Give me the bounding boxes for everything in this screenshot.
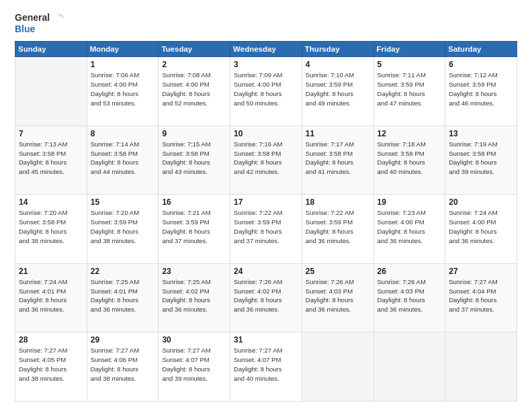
- day-number: 11: [306, 129, 370, 138]
- weekday-header-thursday: Thursday: [302, 42, 373, 57]
- day-number: 30: [162, 335, 226, 345]
- calendar-cell: [373, 332, 445, 402]
- weekday-header-sunday: Sunday: [15, 42, 87, 57]
- day-number: 4: [306, 60, 370, 69]
- calendar-cell: 20Sunrise: 7:24 AM Sunset: 4:00 PM Dayli…: [445, 195, 517, 264]
- day-info: Sunrise: 7:26 AM Sunset: 4:03 PM Dayligh…: [378, 277, 442, 314]
- day-info: Sunrise: 7:20 AM Sunset: 3:59 PM Dayligh…: [91, 208, 155, 245]
- day-number: 25: [306, 267, 370, 276]
- day-number: 8: [91, 129, 155, 138]
- day-info: Sunrise: 7:25 AM Sunset: 4:02 PM Dayligh…: [162, 277, 226, 314]
- day-number: 17: [234, 197, 298, 207]
- calendar-cell: 17Sunrise: 7:22 AM Sunset: 3:59 PM Dayli…: [230, 195, 302, 264]
- weekday-header-row: SundayMondayTuesdayWednesdayThursdayFrid…: [15, 42, 517, 57]
- day-info: Sunrise: 7:24 AM Sunset: 4:00 PM Dayligh…: [449, 208, 513, 245]
- day-info: Sunrise: 7:15 AM Sunset: 3:58 PM Dayligh…: [162, 140, 226, 177]
- calendar-cell: [445, 332, 517, 402]
- day-info: Sunrise: 7:08 AM Sunset: 4:00 PM Dayligh…: [162, 71, 226, 107]
- day-info: Sunrise: 7:16 AM Sunset: 3:58 PM Dayligh…: [234, 140, 298, 177]
- day-info: Sunrise: 7:09 AM Sunset: 4:00 PM Dayligh…: [234, 71, 298, 107]
- calendar-cell: 19Sunrise: 7:23 AM Sunset: 4:00 PM Dayli…: [373, 195, 445, 264]
- calendar-cell: 9Sunrise: 7:15 AM Sunset: 3:58 PM Daylig…: [159, 126, 230, 195]
- calendar-cell: [15, 57, 87, 126]
- weekday-header-monday: Monday: [87, 42, 159, 57]
- day-number: 22: [91, 267, 155, 276]
- day-number: 7: [19, 129, 83, 138]
- day-number: 18: [306, 197, 370, 207]
- day-number: 24: [234, 267, 298, 276]
- day-info: Sunrise: 7:23 AM Sunset: 4:00 PM Dayligh…: [378, 208, 442, 245]
- calendar-cell: 21Sunrise: 7:24 AM Sunset: 4:01 PM Dayli…: [15, 263, 87, 332]
- calendar-cell: 13Sunrise: 7:19 AM Sunset: 3:58 PM Dayli…: [445, 126, 517, 195]
- day-number: 13: [449, 129, 513, 138]
- week-row-3: 14Sunrise: 7:20 AM Sunset: 3:58 PM Dayli…: [15, 195, 517, 264]
- day-info: Sunrise: 7:24 AM Sunset: 4:01 PM Dayligh…: [19, 277, 83, 314]
- day-info: Sunrise: 7:20 AM Sunset: 3:58 PM Dayligh…: [19, 208, 83, 245]
- day-info: Sunrise: 7:26 AM Sunset: 4:02 PM Dayligh…: [234, 277, 298, 314]
- logo: General Blue: [15, 12, 64, 34]
- day-info: Sunrise: 7:14 AM Sunset: 3:58 PM Dayligh…: [91, 140, 155, 177]
- day-number: 15: [91, 197, 155, 207]
- weekday-header-friday: Friday: [373, 42, 445, 57]
- calendar-table: SundayMondayTuesdayWednesdayThursdayFrid…: [15, 41, 517, 402]
- calendar-cell: 14Sunrise: 7:20 AM Sunset: 3:58 PM Dayli…: [15, 195, 87, 264]
- day-info: Sunrise: 7:26 AM Sunset: 4:03 PM Dayligh…: [306, 277, 370, 314]
- calendar-cell: 25Sunrise: 7:26 AM Sunset: 4:03 PM Dayli…: [302, 263, 373, 332]
- day-number: 16: [162, 197, 226, 207]
- day-number: 23: [162, 267, 226, 276]
- day-number: 27: [449, 267, 513, 276]
- day-info: Sunrise: 7:18 AM Sunset: 3:58 PM Dayligh…: [378, 140, 442, 177]
- day-info: Sunrise: 7:21 AM Sunset: 3:59 PM Dayligh…: [162, 208, 226, 245]
- logo-text-general: General: [15, 13, 50, 23]
- weekday-header-tuesday: Tuesday: [159, 42, 230, 57]
- day-info: Sunrise: 7:25 AM Sunset: 4:01 PM Dayligh…: [91, 277, 155, 314]
- calendar-cell: 7Sunrise: 7:13 AM Sunset: 3:58 PM Daylig…: [15, 126, 87, 195]
- day-info: Sunrise: 7:27 AM Sunset: 4:06 PM Dayligh…: [91, 346, 155, 383]
- day-info: Sunrise: 7:12 AM Sunset: 3:59 PM Dayligh…: [449, 71, 513, 107]
- day-info: Sunrise: 7:10 AM Sunset: 3:59 PM Dayligh…: [306, 71, 370, 107]
- day-number: 31: [234, 335, 298, 345]
- day-number: 9: [162, 129, 226, 138]
- weekday-header-saturday: Saturday: [445, 42, 517, 57]
- calendar-cell: 18Sunrise: 7:22 AM Sunset: 3:59 PM Dayli…: [302, 195, 373, 264]
- day-number: 12: [378, 129, 442, 138]
- calendar-cell: [302, 332, 373, 402]
- week-row-4: 21Sunrise: 7:24 AM Sunset: 4:01 PM Dayli…: [15, 263, 517, 332]
- calendar-cell: 15Sunrise: 7:20 AM Sunset: 3:59 PM Dayli…: [87, 195, 159, 264]
- calendar-cell: 4Sunrise: 7:10 AM Sunset: 3:59 PM Daylig…: [302, 57, 373, 126]
- day-info: Sunrise: 7:22 AM Sunset: 3:59 PM Dayligh…: [234, 208, 298, 245]
- calendar-cell: 27Sunrise: 7:27 AM Sunset: 4:04 PM Dayli…: [445, 263, 517, 332]
- day-info: Sunrise: 7:06 AM Sunset: 4:00 PM Dayligh…: [91, 71, 155, 107]
- day-number: 19: [378, 197, 442, 207]
- calendar-cell: 26Sunrise: 7:26 AM Sunset: 4:03 PM Dayli…: [373, 263, 445, 332]
- calendar-cell: 24Sunrise: 7:26 AM Sunset: 4:02 PM Dayli…: [230, 263, 302, 332]
- svg-marker-0: [58, 13, 64, 18]
- day-info: Sunrise: 7:13 AM Sunset: 3:58 PM Dayligh…: [19, 140, 83, 177]
- day-info: Sunrise: 7:17 AM Sunset: 3:58 PM Dayligh…: [306, 140, 370, 177]
- day-info: Sunrise: 7:27 AM Sunset: 4:07 PM Dayligh…: [162, 346, 226, 383]
- day-number: 1: [91, 60, 155, 69]
- logo-bird-icon: [51, 12, 64, 24]
- logo-text-blue: Blue: [15, 24, 64, 34]
- calendar-cell: 1Sunrise: 7:06 AM Sunset: 4:00 PM Daylig…: [87, 57, 159, 126]
- svg-marker-1: [60, 15, 64, 18]
- day-number: 29: [91, 335, 155, 345]
- calendar-cell: 31Sunrise: 7:27 AM Sunset: 4:07 PM Dayli…: [230, 332, 302, 402]
- calendar-cell: 28Sunrise: 7:27 AM Sunset: 4:05 PM Dayli…: [15, 332, 87, 402]
- page: General Blue SundayMondayTuesdayWednesda…: [0, 0, 532, 411]
- day-info: Sunrise: 7:27 AM Sunset: 4:04 PM Dayligh…: [449, 277, 513, 314]
- calendar-cell: 12Sunrise: 7:18 AM Sunset: 3:58 PM Dayli…: [373, 126, 445, 195]
- day-number: 28: [19, 335, 83, 345]
- day-number: 26: [378, 267, 442, 276]
- week-row-1: 1Sunrise: 7:06 AM Sunset: 4:00 PM Daylig…: [15, 57, 517, 126]
- calendar-cell: 22Sunrise: 7:25 AM Sunset: 4:01 PM Dayli…: [87, 263, 159, 332]
- calendar-cell: 3Sunrise: 7:09 AM Sunset: 4:00 PM Daylig…: [230, 57, 302, 126]
- calendar-cell: 30Sunrise: 7:27 AM Sunset: 4:07 PM Dayli…: [159, 332, 230, 402]
- day-info: Sunrise: 7:27 AM Sunset: 4:05 PM Dayligh…: [19, 346, 83, 383]
- day-number: 10: [234, 129, 298, 138]
- calendar-cell: 23Sunrise: 7:25 AM Sunset: 4:02 PM Dayli…: [159, 263, 230, 332]
- calendar-cell: 2Sunrise: 7:08 AM Sunset: 4:00 PM Daylig…: [159, 57, 230, 126]
- day-info: Sunrise: 7:22 AM Sunset: 3:59 PM Dayligh…: [306, 208, 370, 245]
- calendar-cell: 16Sunrise: 7:21 AM Sunset: 3:59 PM Dayli…: [159, 195, 230, 264]
- header: General Blue: [15, 12, 517, 34]
